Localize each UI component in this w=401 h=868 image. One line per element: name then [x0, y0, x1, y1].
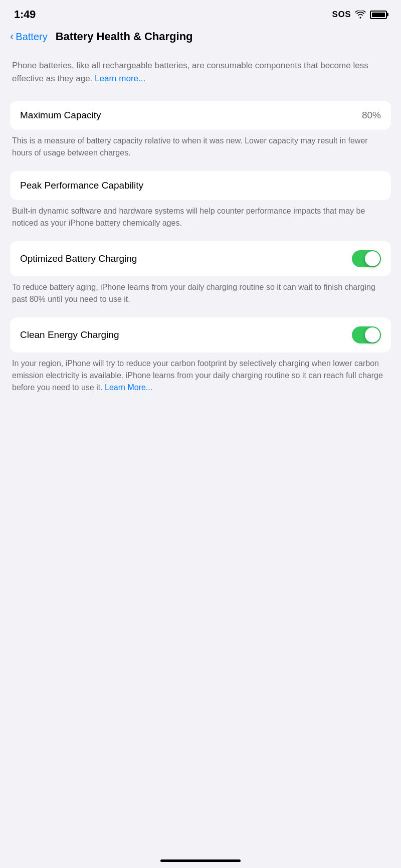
back-chevron-icon: ‹: [10, 31, 14, 42]
optimized-charging-toggle[interactable]: [352, 250, 381, 267]
maximum-capacity-description: This is a measure of battery capacity re…: [10, 135, 391, 159]
optimized-charging-description: To reduce battery aging, iPhone learns f…: [10, 281, 391, 305]
back-button[interactable]: ‹ Battery: [10, 31, 48, 43]
clean-energy-card: Clean Energy Charging: [10, 317, 391, 353]
toggle-thumb: [365, 251, 380, 266]
peak-performance-label: Peak Performance Capability: [20, 180, 143, 191]
optimized-charging-card: Optimized Battery Charging: [10, 241, 391, 276]
maximum-capacity-label: Maximum Capacity: [20, 110, 101, 121]
maximum-capacity-card: Maximum Capacity 80%: [10, 101, 391, 130]
status-time: 1:49: [14, 8, 36, 21]
sos-indicator: SOS: [332, 10, 351, 20]
clean-energy-toggle[interactable]: [352, 326, 381, 343]
clean-energy-label: Clean Energy Charging: [20, 329, 119, 340]
toggle-track-2: [352, 326, 381, 343]
main-content: Phone batteries, like all rechargeable b…: [0, 51, 401, 394]
optimized-charging-label: Optimized Battery Charging: [20, 253, 137, 264]
maximum-capacity-value: 80%: [362, 110, 381, 121]
battery-icon: [370, 11, 387, 19]
home-indicator: [160, 859, 241, 862]
peak-performance-card: Peak Performance Capability: [10, 171, 391, 200]
clean-energy-description: In your region, iPhone will try to reduc…: [10, 358, 391, 394]
toggle-track: [352, 250, 381, 267]
nav-header: ‹ Battery Battery Health & Charging: [0, 26, 401, 51]
status-bar: 1:49 SOS: [0, 0, 401, 26]
peak-performance-description: Built-in dynamic software and hardware s…: [10, 205, 391, 229]
wifi-icon: [355, 11, 366, 19]
page-title: Battery Health & Charging: [56, 30, 193, 43]
toggle-thumb-2: [365, 327, 380, 342]
intro-description: Phone batteries, like all rechargeable b…: [10, 59, 391, 85]
status-icons: SOS: [332, 10, 387, 20]
clean-energy-learn-more-link[interactable]: Learn More...: [105, 383, 152, 392]
back-label: Battery: [16, 31, 47, 43]
intro-learn-more-link[interactable]: Learn more...: [95, 74, 145, 83]
